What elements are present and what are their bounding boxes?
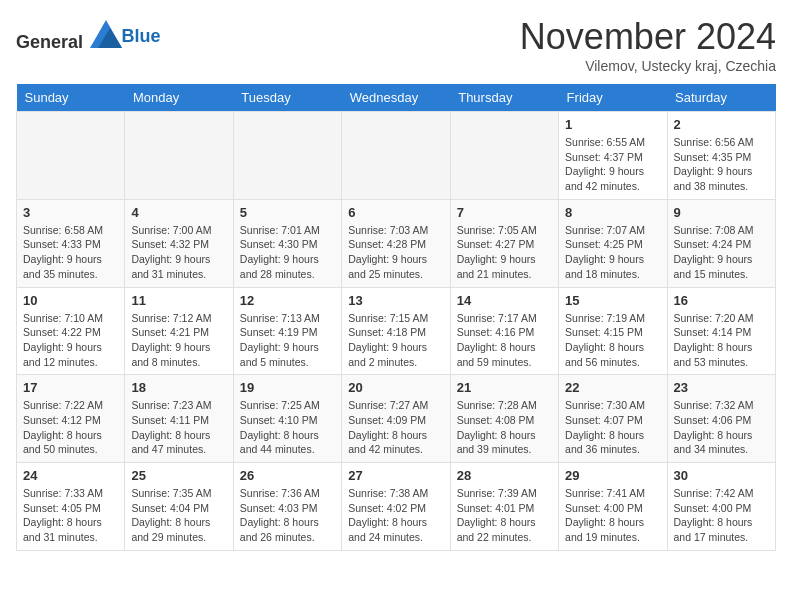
day-info: Sunrise: 7:33 AM Sunset: 4:05 PM Dayligh… xyxy=(23,486,118,545)
day-info: Sunrise: 7:08 AM Sunset: 4:24 PM Dayligh… xyxy=(674,223,769,282)
calendar-cell: 25Sunrise: 7:35 AM Sunset: 4:04 PM Dayli… xyxy=(125,463,233,551)
header: General Blue November 2024 Vilemov, Uste… xyxy=(16,16,776,74)
calendar-cell: 17Sunrise: 7:22 AM Sunset: 4:12 PM Dayli… xyxy=(17,375,125,463)
day-number: 26 xyxy=(240,468,335,483)
calendar-cell xyxy=(17,112,125,200)
calendar-table: SundayMondayTuesdayWednesdayThursdayFrid… xyxy=(16,84,776,551)
weekday-header-friday: Friday xyxy=(559,84,667,112)
day-info: Sunrise: 7:41 AM Sunset: 4:00 PM Dayligh… xyxy=(565,486,660,545)
day-number: 4 xyxy=(131,205,226,220)
calendar-cell: 5Sunrise: 7:01 AM Sunset: 4:30 PM Daylig… xyxy=(233,199,341,287)
calendar-cell: 2Sunrise: 6:56 AM Sunset: 4:35 PM Daylig… xyxy=(667,112,775,200)
day-number: 25 xyxy=(131,468,226,483)
day-info: Sunrise: 6:56 AM Sunset: 4:35 PM Dayligh… xyxy=(674,135,769,194)
week-row-4: 17Sunrise: 7:22 AM Sunset: 4:12 PM Dayli… xyxy=(17,375,776,463)
calendar-cell xyxy=(125,112,233,200)
day-info: Sunrise: 7:35 AM Sunset: 4:04 PM Dayligh… xyxy=(131,486,226,545)
day-info: Sunrise: 7:12 AM Sunset: 4:21 PM Dayligh… xyxy=(131,311,226,370)
day-info: Sunrise: 6:58 AM Sunset: 4:33 PM Dayligh… xyxy=(23,223,118,282)
day-number: 14 xyxy=(457,293,552,308)
day-info: Sunrise: 7:07 AM Sunset: 4:25 PM Dayligh… xyxy=(565,223,660,282)
day-number: 3 xyxy=(23,205,118,220)
day-info: Sunrise: 7:15 AM Sunset: 4:18 PM Dayligh… xyxy=(348,311,443,370)
calendar-cell: 21Sunrise: 7:28 AM Sunset: 4:08 PM Dayli… xyxy=(450,375,558,463)
calendar-cell xyxy=(233,112,341,200)
day-info: Sunrise: 7:13 AM Sunset: 4:19 PM Dayligh… xyxy=(240,311,335,370)
day-number: 13 xyxy=(348,293,443,308)
day-number: 12 xyxy=(240,293,335,308)
week-row-1: 1Sunrise: 6:55 AM Sunset: 4:37 PM Daylig… xyxy=(17,112,776,200)
weekday-header-thursday: Thursday xyxy=(450,84,558,112)
day-info: Sunrise: 7:10 AM Sunset: 4:22 PM Dayligh… xyxy=(23,311,118,370)
day-number: 2 xyxy=(674,117,769,132)
day-info: Sunrise: 7:17 AM Sunset: 4:16 PM Dayligh… xyxy=(457,311,552,370)
day-info: Sunrise: 7:38 AM Sunset: 4:02 PM Dayligh… xyxy=(348,486,443,545)
logo-blue: Blue xyxy=(122,26,161,46)
calendar-cell: 12Sunrise: 7:13 AM Sunset: 4:19 PM Dayli… xyxy=(233,287,341,375)
week-row-2: 3Sunrise: 6:58 AM Sunset: 4:33 PM Daylig… xyxy=(17,199,776,287)
day-info: Sunrise: 6:55 AM Sunset: 4:37 PM Dayligh… xyxy=(565,135,660,194)
day-number: 22 xyxy=(565,380,660,395)
day-number: 15 xyxy=(565,293,660,308)
day-info: Sunrise: 7:36 AM Sunset: 4:03 PM Dayligh… xyxy=(240,486,335,545)
day-number: 27 xyxy=(348,468,443,483)
day-number: 5 xyxy=(240,205,335,220)
calendar-cell: 10Sunrise: 7:10 AM Sunset: 4:22 PM Dayli… xyxy=(17,287,125,375)
location: Vilemov, Ustecky kraj, Czechia xyxy=(520,58,776,74)
day-number: 21 xyxy=(457,380,552,395)
day-info: Sunrise: 7:30 AM Sunset: 4:07 PM Dayligh… xyxy=(565,398,660,457)
day-info: Sunrise: 7:20 AM Sunset: 4:14 PM Dayligh… xyxy=(674,311,769,370)
day-info: Sunrise: 7:23 AM Sunset: 4:11 PM Dayligh… xyxy=(131,398,226,457)
calendar-cell: 23Sunrise: 7:32 AM Sunset: 4:06 PM Dayli… xyxy=(667,375,775,463)
day-number: 6 xyxy=(348,205,443,220)
calendar-cell: 22Sunrise: 7:30 AM Sunset: 4:07 PM Dayli… xyxy=(559,375,667,463)
day-number: 1 xyxy=(565,117,660,132)
calendar-cell xyxy=(450,112,558,200)
calendar-cell: 8Sunrise: 7:07 AM Sunset: 4:25 PM Daylig… xyxy=(559,199,667,287)
title-area: November 2024 Vilemov, Ustecky kraj, Cze… xyxy=(520,16,776,74)
weekday-header-saturday: Saturday xyxy=(667,84,775,112)
day-number: 24 xyxy=(23,468,118,483)
day-info: Sunrise: 7:00 AM Sunset: 4:32 PM Dayligh… xyxy=(131,223,226,282)
day-number: 19 xyxy=(240,380,335,395)
logo-general: General xyxy=(16,32,83,52)
day-number: 9 xyxy=(674,205,769,220)
calendar-cell: 20Sunrise: 7:27 AM Sunset: 4:09 PM Dayli… xyxy=(342,375,450,463)
logo-icon xyxy=(90,20,122,48)
day-number: 10 xyxy=(23,293,118,308)
logo: General Blue xyxy=(16,20,161,53)
calendar-cell: 18Sunrise: 7:23 AM Sunset: 4:11 PM Dayli… xyxy=(125,375,233,463)
day-info: Sunrise: 7:22 AM Sunset: 4:12 PM Dayligh… xyxy=(23,398,118,457)
calendar-cell: 1Sunrise: 6:55 AM Sunset: 4:37 PM Daylig… xyxy=(559,112,667,200)
day-info: Sunrise: 7:05 AM Sunset: 4:27 PM Dayligh… xyxy=(457,223,552,282)
day-number: 30 xyxy=(674,468,769,483)
day-info: Sunrise: 7:42 AM Sunset: 4:00 PM Dayligh… xyxy=(674,486,769,545)
calendar-cell: 30Sunrise: 7:42 AM Sunset: 4:00 PM Dayli… xyxy=(667,463,775,551)
week-row-5: 24Sunrise: 7:33 AM Sunset: 4:05 PM Dayli… xyxy=(17,463,776,551)
calendar-cell xyxy=(342,112,450,200)
weekday-header-row: SundayMondayTuesdayWednesdayThursdayFrid… xyxy=(17,84,776,112)
calendar-cell: 16Sunrise: 7:20 AM Sunset: 4:14 PM Dayli… xyxy=(667,287,775,375)
day-info: Sunrise: 7:19 AM Sunset: 4:15 PM Dayligh… xyxy=(565,311,660,370)
calendar-cell: 14Sunrise: 7:17 AM Sunset: 4:16 PM Dayli… xyxy=(450,287,558,375)
calendar-cell: 9Sunrise: 7:08 AM Sunset: 4:24 PM Daylig… xyxy=(667,199,775,287)
calendar-cell: 26Sunrise: 7:36 AM Sunset: 4:03 PM Dayli… xyxy=(233,463,341,551)
month-title: November 2024 xyxy=(520,16,776,58)
calendar-cell: 7Sunrise: 7:05 AM Sunset: 4:27 PM Daylig… xyxy=(450,199,558,287)
calendar-cell: 29Sunrise: 7:41 AM Sunset: 4:00 PM Dayli… xyxy=(559,463,667,551)
day-info: Sunrise: 7:25 AM Sunset: 4:10 PM Dayligh… xyxy=(240,398,335,457)
calendar-cell: 13Sunrise: 7:15 AM Sunset: 4:18 PM Dayli… xyxy=(342,287,450,375)
day-number: 20 xyxy=(348,380,443,395)
weekday-header-sunday: Sunday xyxy=(17,84,125,112)
day-info: Sunrise: 7:27 AM Sunset: 4:09 PM Dayligh… xyxy=(348,398,443,457)
weekday-header-wednesday: Wednesday xyxy=(342,84,450,112)
weekday-header-monday: Monday xyxy=(125,84,233,112)
calendar-cell: 4Sunrise: 7:00 AM Sunset: 4:32 PM Daylig… xyxy=(125,199,233,287)
calendar-cell: 19Sunrise: 7:25 AM Sunset: 4:10 PM Dayli… xyxy=(233,375,341,463)
day-number: 18 xyxy=(131,380,226,395)
day-number: 11 xyxy=(131,293,226,308)
calendar-cell: 3Sunrise: 6:58 AM Sunset: 4:33 PM Daylig… xyxy=(17,199,125,287)
day-info: Sunrise: 7:39 AM Sunset: 4:01 PM Dayligh… xyxy=(457,486,552,545)
calendar-cell: 11Sunrise: 7:12 AM Sunset: 4:21 PM Dayli… xyxy=(125,287,233,375)
day-number: 23 xyxy=(674,380,769,395)
